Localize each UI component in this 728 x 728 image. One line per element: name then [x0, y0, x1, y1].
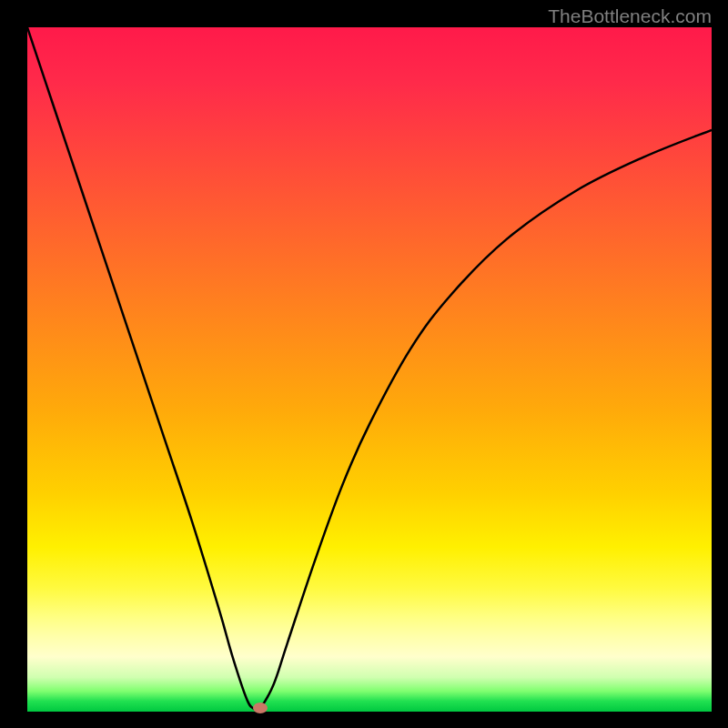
- chart-marker-dot: [253, 703, 268, 713]
- chart-curve-path: [27, 27, 712, 711]
- chart-plot-area: [27, 27, 712, 712]
- watermark-text: TheBottleneck.com: [548, 5, 712, 27]
- chart-curve-svg: [27, 27, 712, 712]
